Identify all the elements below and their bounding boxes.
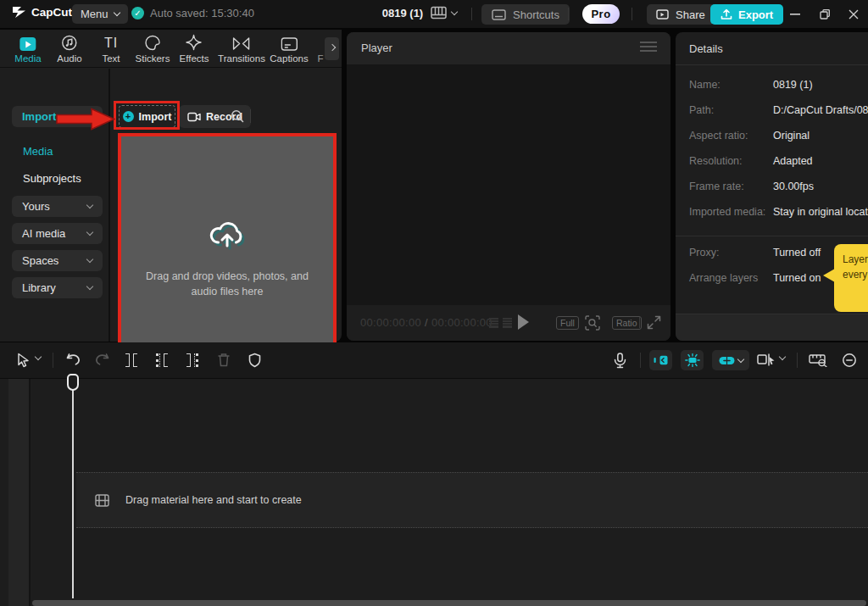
- capcut-logo-icon: [12, 6, 26, 19]
- detail-label: Proxy:: [689, 247, 773, 259]
- detail-row-frame-rate: Frame rate: 30.00fps: [689, 181, 868, 192]
- link-clips-button[interactable]: [712, 350, 749, 370]
- tab-transitions[interactable]: Transitions: [218, 33, 265, 64]
- maximize-icon: [820, 9, 830, 19]
- timeline-ruler-zoom-icon[interactable]: [809, 353, 827, 367]
- detail-label: Arrange layers: [689, 272, 773, 284]
- workspace-layout-button[interactable]: [431, 6, 457, 19]
- film-strip-icon: [95, 494, 109, 507]
- media-dropzone[interactable]: Drag and drop videos, photos, and audio …: [118, 133, 337, 364]
- shortcuts-button[interactable]: Shortcuts: [481, 4, 570, 25]
- fullscreen-icon[interactable]: [647, 315, 661, 330]
- divider: [632, 8, 632, 20]
- sidebar-item-media[interactable]: Media: [23, 145, 53, 158]
- player-viewport: [347, 64, 670, 305]
- preview-axis-icon[interactable]: [757, 353, 776, 367]
- timecode-display: 00:00:00:00/00:00:00:00: [360, 316, 492, 329]
- media-tab-icon: [19, 33, 36, 51]
- captions-tab-icon: [281, 33, 298, 51]
- timeline-toolbar: [0, 342, 868, 378]
- mask-shield-icon[interactable]: [248, 353, 261, 368]
- menu-button[interactable]: Menu: [72, 4, 128, 24]
- trim-right-icon[interactable]: [186, 353, 198, 367]
- chevron-down-icon: [86, 256, 93, 263]
- transitions-tab-icon: [232, 33, 250, 51]
- tab-effects[interactable]: Effects: [180, 33, 209, 64]
- main-track-drop-target[interactable]: Drag material here and start to create: [76, 472, 868, 528]
- chevron-down-icon: [86, 202, 93, 208]
- sidebar-dropdown-spaces[interactable]: Spaces: [12, 250, 103, 271]
- chevron-down-icon[interactable]: [780, 357, 785, 359]
- keyboard-icon: [492, 9, 506, 20]
- trim-left-icon[interactable]: [156, 353, 168, 367]
- detail-row-aspect-ratio: Aspect ratio: Original: [689, 130, 868, 142]
- autosave-status: ✓ Auto saved: 15:30:40: [131, 7, 254, 19]
- redo-icon[interactable]: [94, 353, 110, 366]
- export-upload-icon: [721, 8, 732, 20]
- stickers-tab-icon: [145, 33, 161, 51]
- delete-icon[interactable]: [217, 353, 231, 367]
- tab-partial[interactable]: F: [317, 33, 323, 64]
- dropdown-label: Spaces: [22, 254, 87, 267]
- export-button[interactable]: Export: [710, 4, 783, 25]
- timeline-scrollbar[interactable]: [32, 600, 866, 606]
- divider: [53, 353, 53, 368]
- tab-label: Captions: [270, 53, 308, 64]
- magnetic-snap-icon: [654, 355, 668, 365]
- timecode-separator: /: [421, 316, 431, 329]
- sidebar-dropdown-ai-media[interactable]: AI media: [12, 223, 103, 244]
- split-clip-icon[interactable]: [125, 353, 137, 367]
- tab-text[interactable]: TI Text: [102, 33, 120, 64]
- detail-value: 30.00fps: [773, 181, 814, 192]
- maximize-button[interactable]: [810, 0, 839, 28]
- magnetic-snap-button[interactable]: [649, 350, 672, 370]
- autosave-text: Auto saved: 15:30:40: [150, 7, 254, 19]
- ratio-button[interactable]: Ratio: [612, 316, 642, 330]
- player-menu-icon[interactable]: [640, 42, 657, 52]
- search-icon[interactable]: [231, 109, 244, 123]
- sidebar-dropdown-library[interactable]: Library: [12, 277, 103, 298]
- timeline-area[interactable]: Drag material here and start to create: [0, 378, 868, 606]
- sidebar-dropdown-yours[interactable]: Yours: [12, 196, 103, 217]
- media-library-panel: Media Audio TI Text Stickers: [0, 30, 342, 342]
- detail-label: Name:: [689, 79, 773, 91]
- record-camera-icon: [187, 112, 201, 122]
- sidebar-item-subprojects[interactable]: Subprojects: [23, 172, 81, 185]
- timecode-total: 00:00:00:00: [431, 316, 492, 329]
- details-footer: [676, 314, 868, 341]
- voiceover-mic-icon[interactable]: [614, 353, 626, 369]
- pro-badge[interactable]: Pro: [582, 4, 620, 24]
- player-title: Player: [361, 42, 392, 54]
- minimize-icon: [790, 14, 800, 15]
- asset-tab-bar: Media Audio TI Text Stickers: [0, 30, 342, 68]
- zoom-out-icon[interactable]: [842, 353, 857, 368]
- annotation-arrow: [56, 108, 115, 131]
- tab-stickers[interactable]: Stickers: [136, 33, 170, 64]
- audio-tab-icon: [61, 33, 77, 51]
- divider: [797, 353, 798, 368]
- playhead[interactable]: [67, 374, 79, 391]
- undo-icon[interactable]: [65, 353, 81, 366]
- play-button[interactable]: [518, 314, 529, 330]
- tab-label: Stickers: [136, 53, 170, 64]
- auto-attract-button[interactable]: [681, 350, 704, 370]
- select-cursor-icon[interactable]: [17, 353, 30, 368]
- tabs-overflow-button[interactable]: [325, 37, 339, 60]
- minimize-button[interactable]: [781, 0, 810, 28]
- detail-label: Frame rate:: [689, 181, 773, 192]
- divider: [640, 353, 641, 368]
- tab-media[interactable]: Media: [14, 33, 41, 64]
- dropzone-hint-text: Drag and drop videos, photos, and audio …: [132, 269, 323, 299]
- tab-audio[interactable]: Audio: [57, 33, 81, 64]
- share-button[interactable]: Share: [647, 4, 715, 25]
- tab-captions[interactable]: Captions: [270, 33, 308, 64]
- divider: [639, 317, 640, 328]
- detail-label: Imported media:: [689, 206, 773, 218]
- preview-zoom-icon[interactable]: [585, 315, 600, 331]
- close-button[interactable]: [839, 0, 868, 28]
- player-controls: 00:00:00:00/00:00:00:00 Full Ratio: [347, 305, 670, 341]
- detail-row-name: Name: 0819 (1): [689, 79, 868, 91]
- full-button[interactable]: Full: [556, 316, 579, 330]
- chevron-down-icon[interactable]: [36, 357, 41, 359]
- tab-label: Text: [102, 53, 120, 64]
